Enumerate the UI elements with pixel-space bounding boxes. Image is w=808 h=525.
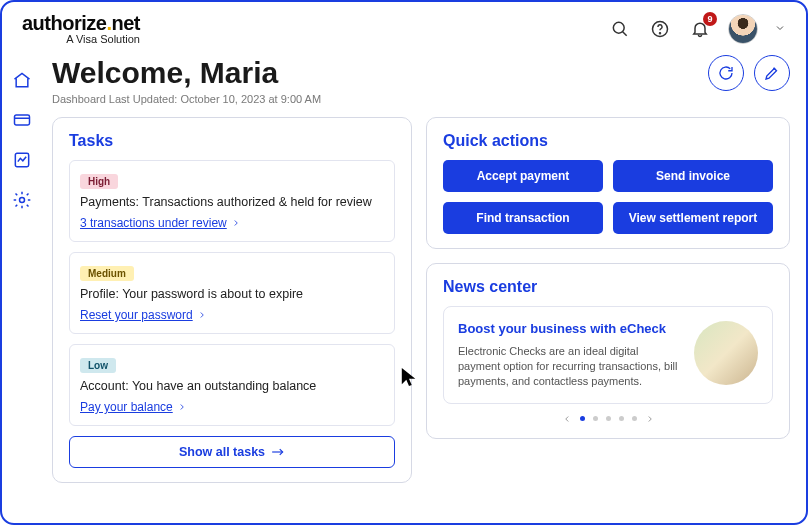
priority-badge: Low <box>80 358 116 373</box>
carousel-dot[interactable] <box>580 416 585 421</box>
sidenav <box>2 49 42 523</box>
carousel-next-icon[interactable] <box>645 414 655 424</box>
tasks-title: Tasks <box>69 132 395 150</box>
report-icon[interactable] <box>11 149 33 171</box>
account-menu-chevron[interactable] <box>774 20 786 38</box>
carousel-prev-icon[interactable] <box>562 414 572 424</box>
task-card: Low Account: You have an outstanding bal… <box>69 344 395 426</box>
task-text: Account: You have an outstanding balance <box>80 379 384 393</box>
brand-name: authorize.net <box>22 12 140 35</box>
priority-badge: Medium <box>80 266 134 281</box>
task-link[interactable]: Reset your password <box>80 308 207 322</box>
task-card: High Payments: Transactions authorized &… <box>69 160 395 242</box>
carousel-dot[interactable] <box>593 416 598 421</box>
refresh-button[interactable] <box>708 55 744 91</box>
quick-actions-panel: Quick actions Accept payment Send invoic… <box>426 117 790 249</box>
priority-badge: High <box>80 174 118 189</box>
svg-point-0 <box>613 22 624 33</box>
main-content: Welcome, Maria Dashboard Last Updated: O… <box>42 49 806 523</box>
news-body: Electronic Checks are an ideal digital p… <box>458 344 682 389</box>
carousel-dot[interactable] <box>632 416 637 421</box>
news-card: Boost your business with eCheck Electron… <box>443 306 773 404</box>
topbar: authorize.net A Visa Solution 9 <box>2 2 806 49</box>
arrow-right-icon <box>271 447 285 457</box>
quick-actions-grid: Accept payment Send invoice Find transac… <box>443 160 773 234</box>
edit-button[interactable] <box>754 55 790 91</box>
show-all-tasks-button[interactable]: Show all tasks <box>69 436 395 468</box>
send-invoice-button[interactable]: Send invoice <box>613 160 773 192</box>
card-icon[interactable] <box>11 109 33 131</box>
task-text: Profile: Your password is about to expir… <box>80 287 384 301</box>
header-round-actions <box>708 55 790 91</box>
search-icon[interactable] <box>608 17 632 41</box>
view-settlement-report-button[interactable]: View settlement report <box>613 202 773 234</box>
find-transaction-button[interactable]: Find transaction <box>443 202 603 234</box>
news-title: News center <box>443 278 773 296</box>
help-icon[interactable] <box>648 17 672 41</box>
quick-actions-title: Quick actions <box>443 132 773 150</box>
accept-payment-button[interactable]: Accept payment <box>443 160 603 192</box>
dashboard-columns: Tasks High Payments: Transactions author… <box>52 117 790 483</box>
news-carousel <box>443 414 773 424</box>
brand-tagline: A Visa Solution <box>66 33 140 45</box>
news-image <box>694 321 758 385</box>
task-link[interactable]: 3 transactions under review <box>80 216 241 230</box>
task-link[interactable]: Pay your balance <box>80 400 187 414</box>
right-column: Quick actions Accept payment Send invoic… <box>426 117 790 483</box>
topbar-actions: 9 <box>608 14 786 44</box>
news-headline: Boost your business with eCheck <box>458 321 682 336</box>
home-icon[interactable] <box>11 69 33 91</box>
chevron-right-icon <box>177 402 187 412</box>
chevron-right-icon <box>197 310 207 320</box>
body: Welcome, Maria Dashboard Last Updated: O… <box>2 49 806 523</box>
brand-logo: authorize.net A Visa Solution <box>22 12 140 45</box>
svg-line-1 <box>623 31 627 35</box>
svg-point-7 <box>20 198 25 203</box>
carousel-dot[interactable] <box>606 416 611 421</box>
svg-point-3 <box>660 32 661 33</box>
page-title: Welcome, Maria <box>52 56 278 90</box>
avatar[interactable] <box>728 14 758 44</box>
news-text: Boost your business with eCheck Electron… <box>458 321 682 389</box>
news-panel: News center Boost your business with eCh… <box>426 263 790 439</box>
svg-rect-4 <box>15 115 30 125</box>
welcome-row: Welcome, Maria <box>52 55 790 91</box>
notifications-icon[interactable]: 9 <box>688 17 712 41</box>
settings-gear-icon[interactable] <box>11 189 33 211</box>
app-frame: authorize.net A Visa Solution 9 <box>0 0 808 525</box>
last-updated: Dashboard Last Updated: October 10, 2023… <box>52 93 790 105</box>
notification-badge: 9 <box>703 12 717 26</box>
task-text: Payments: Transactions authorized & held… <box>80 195 384 209</box>
chevron-right-icon <box>231 218 241 228</box>
carousel-dot[interactable] <box>619 416 624 421</box>
task-card: Medium Profile: Your password is about t… <box>69 252 395 334</box>
tasks-panel: Tasks High Payments: Transactions author… <box>52 117 412 483</box>
